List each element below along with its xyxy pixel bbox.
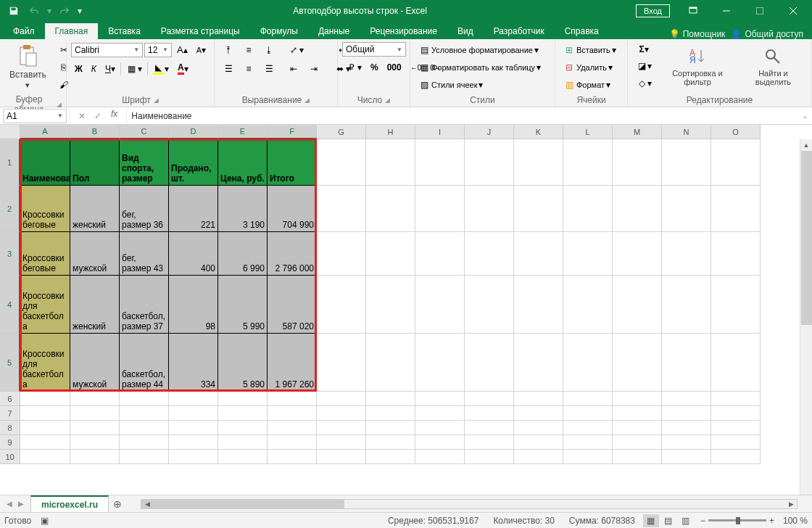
enter-formula-button[interactable]: ✓	[91, 109, 105, 123]
view-page-break-button[interactable]: ▥	[678, 514, 694, 527]
macro-record-icon[interactable]: ▣	[38, 515, 50, 527]
cell[interactable]	[70, 406, 120, 421]
tab-nav-prev[interactable]: ◀	[4, 500, 14, 508]
cell[interactable]	[514, 450, 563, 464]
column-header[interactable]: O	[711, 125, 761, 139]
tab-formulas[interactable]: Формулы	[250, 23, 308, 39]
tab-help[interactable]: Справка	[555, 23, 609, 39]
cell[interactable]	[120, 421, 169, 435]
cell[interactable]	[317, 421, 366, 435]
ribbon-options-button[interactable]	[677, 0, 709, 22]
header-cell[interactable]: Пол	[70, 139, 120, 186]
data-cell[interactable]: 2 796 000	[268, 232, 317, 276]
font-name-combo[interactable]: Calibri▼	[71, 43, 143, 57]
cell[interactable]	[613, 392, 662, 406]
formula-input[interactable]: Наименование	[127, 110, 798, 123]
italic-button[interactable]: К	[88, 62, 100, 76]
orientation-button[interactable]: ⤢▾	[284, 42, 307, 58]
cell[interactable]	[20, 406, 70, 421]
align-top[interactable]: ⭱	[219, 42, 238, 58]
expand-formula-bar[interactable]: ⌄	[798, 112, 812, 120]
column-header[interactable]: E	[218, 125, 268, 139]
data-cell[interactable]: бег, размер 43	[120, 232, 169, 276]
view-page-layout-button[interactable]: ▤	[660, 514, 676, 527]
cell[interactable]	[711, 406, 761, 421]
cell[interactable]	[711, 334, 761, 392]
data-cell[interactable]: 5 890	[218, 334, 268, 392]
save-icon[interactable]	[4, 1, 23, 20]
data-cell[interactable]: Кроссовки беговые	[20, 186, 70, 232]
column-header[interactable]: L	[563, 125, 613, 139]
signin-button[interactable]: Вход	[636, 4, 670, 17]
qat-customize[interactable]: ▾	[75, 1, 84, 20]
cell[interactable]	[415, 276, 465, 334]
cell[interactable]	[711, 276, 761, 334]
cell[interactable]	[563, 406, 613, 421]
comma-button[interactable]: 000	[384, 60, 405, 75]
tell-me[interactable]: 💡Помощник	[669, 29, 726, 39]
data-cell[interactable]: 400	[169, 232, 218, 276]
cell[interactable]	[317, 435, 366, 450]
data-cell[interactable]: мужской	[70, 232, 120, 276]
cell[interactable]	[563, 421, 613, 435]
cell[interactable]	[465, 421, 514, 435]
font-size-combo[interactable]: 12▼	[144, 43, 172, 57]
data-cell[interactable]: Кроссовки беговые	[20, 232, 70, 276]
maximize-button[interactable]	[744, 0, 776, 22]
align-middle[interactable]: ≡	[239, 42, 258, 58]
header-cell[interactable]: Вид спорта, размер	[120, 139, 169, 186]
align-bottom[interactable]: ⭳	[260, 42, 278, 58]
column-header[interactable]: K	[514, 125, 563, 139]
data-cell[interactable]: Кроссовки для баскетбола	[20, 276, 70, 334]
data-cell[interactable]: баскетбол, размер 37	[120, 276, 169, 334]
zoom-value[interactable]: 100 %	[783, 516, 808, 526]
cell[interactable]	[70, 450, 120, 464]
data-cell[interactable]: 3 190	[218, 186, 268, 232]
cell[interactable]	[563, 334, 613, 392]
cell[interactable]	[514, 334, 563, 392]
cell-styles-button[interactable]: ▨Стили ячеек ▾	[415, 77, 550, 93]
cell[interactable]	[662, 406, 711, 421]
cell[interactable]	[514, 435, 563, 450]
increase-font-button[interactable]: A▴	[173, 42, 191, 57]
indent-decrease[interactable]: ⇤	[284, 61, 303, 77]
column-header[interactable]: H	[366, 125, 415, 139]
tab-nav-next[interactable]: ▶	[16, 500, 26, 508]
cell[interactable]	[317, 276, 366, 334]
data-cell[interactable]: баскетбол, размер 44	[120, 334, 169, 392]
row-header[interactable]: 5	[0, 334, 20, 392]
launcher-icon[interactable]: ◢	[154, 96, 159, 104]
data-cell[interactable]: 1 967 260	[268, 334, 317, 392]
cell[interactable]	[662, 421, 711, 435]
redo-icon[interactable]	[55, 1, 74, 20]
cell[interactable]	[563, 276, 613, 334]
data-cell[interactable]: мужской	[70, 334, 120, 392]
cell[interactable]	[366, 276, 415, 334]
cell[interactable]	[465, 276, 514, 334]
format-as-table-button[interactable]: ▦Форматировать как таблицу ▾	[415, 59, 550, 75]
autosum-button[interactable]: Σ ▾	[632, 42, 655, 57]
view-normal-button[interactable]: ▦	[643, 514, 659, 527]
cell[interactable]	[169, 406, 218, 421]
cell[interactable]	[20, 435, 70, 450]
cell[interactable]	[70, 421, 120, 435]
cell[interactable]	[662, 334, 711, 392]
cell[interactable]	[70, 392, 120, 406]
data-cell[interactable]: бег, размер 36	[120, 186, 169, 232]
cell[interactable]	[169, 392, 218, 406]
cell[interactable]	[317, 392, 366, 406]
column-header[interactable]: N	[662, 125, 711, 139]
cell[interactable]	[662, 139, 711, 186]
cancel-formula-button[interactable]: ✕	[75, 109, 89, 123]
tab-insert[interactable]: Вставка	[98, 23, 151, 39]
align-right[interactable]: ☰	[260, 61, 278, 77]
column-header[interactable]: M	[613, 125, 662, 139]
cell[interactable]	[514, 421, 563, 435]
launcher-icon[interactable]: ◢	[304, 96, 310, 104]
cell[interactable]	[120, 450, 169, 464]
cell[interactable]	[465, 392, 514, 406]
cell[interactable]	[613, 186, 662, 232]
data-cell[interactable]: женский	[70, 186, 120, 232]
cell[interactable]	[465, 232, 514, 276]
cell[interactable]	[366, 334, 415, 392]
